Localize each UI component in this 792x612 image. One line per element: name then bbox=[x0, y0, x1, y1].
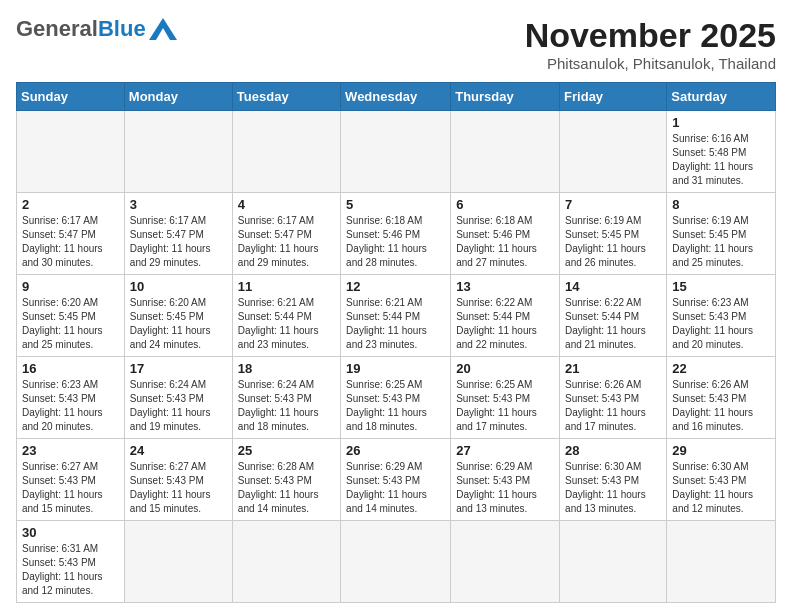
day-number: 14 bbox=[565, 279, 661, 294]
calendar-cell: 28Sunrise: 6:30 AMSunset: 5:43 PMDayligh… bbox=[560, 439, 667, 521]
day-number: 3 bbox=[130, 197, 227, 212]
calendar-cell: 24Sunrise: 6:27 AMSunset: 5:43 PMDayligh… bbox=[124, 439, 232, 521]
calendar-cell bbox=[451, 521, 560, 603]
calendar-cell: 15Sunrise: 6:23 AMSunset: 5:43 PMDayligh… bbox=[667, 275, 776, 357]
day-number: 11 bbox=[238, 279, 335, 294]
day-info: Sunrise: 6:29 AMSunset: 5:43 PMDaylight:… bbox=[456, 460, 554, 516]
calendar-cell: 2Sunrise: 6:17 AMSunset: 5:47 PMDaylight… bbox=[17, 193, 125, 275]
day-info: Sunrise: 6:27 AMSunset: 5:43 PMDaylight:… bbox=[130, 460, 227, 516]
day-info: Sunrise: 6:21 AMSunset: 5:44 PMDaylight:… bbox=[346, 296, 445, 352]
day-number: 1 bbox=[672, 115, 770, 130]
day-header-thursday: Thursday bbox=[451, 83, 560, 111]
day-number: 10 bbox=[130, 279, 227, 294]
calendar-cell: 6Sunrise: 6:18 AMSunset: 5:46 PMDaylight… bbox=[451, 193, 560, 275]
calendar-cell bbox=[560, 111, 667, 193]
calendar-cell bbox=[560, 521, 667, 603]
day-info: Sunrise: 6:17 AMSunset: 5:47 PMDaylight:… bbox=[130, 214, 227, 270]
day-info: Sunrise: 6:22 AMSunset: 5:44 PMDaylight:… bbox=[456, 296, 554, 352]
location-subtitle: Phitsanulok, Phitsanulok, Thailand bbox=[525, 55, 776, 72]
day-info: Sunrise: 6:24 AMSunset: 5:43 PMDaylight:… bbox=[238, 378, 335, 434]
calendar-cell: 13Sunrise: 6:22 AMSunset: 5:44 PMDayligh… bbox=[451, 275, 560, 357]
calendar-cell: 20Sunrise: 6:25 AMSunset: 5:43 PMDayligh… bbox=[451, 357, 560, 439]
calendar-cell bbox=[232, 521, 340, 603]
day-number: 12 bbox=[346, 279, 445, 294]
calendar-cell bbox=[17, 111, 125, 193]
day-info: Sunrise: 6:25 AMSunset: 5:43 PMDaylight:… bbox=[456, 378, 554, 434]
calendar-cell bbox=[232, 111, 340, 193]
day-number: 17 bbox=[130, 361, 227, 376]
day-header-friday: Friday bbox=[560, 83, 667, 111]
calendar-cell: 11Sunrise: 6:21 AMSunset: 5:44 PMDayligh… bbox=[232, 275, 340, 357]
calendar-table: SundayMondayTuesdayWednesdayThursdayFrid… bbox=[16, 82, 776, 603]
calendar-cell bbox=[341, 111, 451, 193]
day-info: Sunrise: 6:26 AMSunset: 5:43 PMDaylight:… bbox=[565, 378, 661, 434]
day-number: 24 bbox=[130, 443, 227, 458]
day-number: 2 bbox=[22, 197, 119, 212]
calendar-week-row: 23Sunrise: 6:27 AMSunset: 5:43 PMDayligh… bbox=[17, 439, 776, 521]
day-info: Sunrise: 6:19 AMSunset: 5:45 PMDaylight:… bbox=[565, 214, 661, 270]
page-header: General Blue November 2025 Phitsanulok, … bbox=[16, 16, 776, 72]
day-info: Sunrise: 6:30 AMSunset: 5:43 PMDaylight:… bbox=[672, 460, 770, 516]
day-number: 6 bbox=[456, 197, 554, 212]
day-number: 20 bbox=[456, 361, 554, 376]
calendar-week-row: 1Sunrise: 6:16 AMSunset: 5:48 PMDaylight… bbox=[17, 111, 776, 193]
day-number: 28 bbox=[565, 443, 661, 458]
day-info: Sunrise: 6:21 AMSunset: 5:44 PMDaylight:… bbox=[238, 296, 335, 352]
calendar-cell: 22Sunrise: 6:26 AMSunset: 5:43 PMDayligh… bbox=[667, 357, 776, 439]
day-info: Sunrise: 6:26 AMSunset: 5:43 PMDaylight:… bbox=[672, 378, 770, 434]
day-number: 9 bbox=[22, 279, 119, 294]
day-header-wednesday: Wednesday bbox=[341, 83, 451, 111]
day-info: Sunrise: 6:23 AMSunset: 5:43 PMDaylight:… bbox=[672, 296, 770, 352]
day-info: Sunrise: 6:19 AMSunset: 5:45 PMDaylight:… bbox=[672, 214, 770, 270]
calendar-cell: 29Sunrise: 6:30 AMSunset: 5:43 PMDayligh… bbox=[667, 439, 776, 521]
calendar-cell bbox=[124, 111, 232, 193]
logo-icon bbox=[149, 18, 177, 40]
day-number: 25 bbox=[238, 443, 335, 458]
calendar-header-row: SundayMondayTuesdayWednesdayThursdayFrid… bbox=[17, 83, 776, 111]
logo-blue-text: Blue bbox=[98, 16, 146, 42]
calendar-cell bbox=[341, 521, 451, 603]
calendar-cell: 7Sunrise: 6:19 AMSunset: 5:45 PMDaylight… bbox=[560, 193, 667, 275]
day-number: 26 bbox=[346, 443, 445, 458]
day-number: 23 bbox=[22, 443, 119, 458]
title-section: November 2025 Phitsanulok, Phitsanulok, … bbox=[525, 16, 776, 72]
day-number: 8 bbox=[672, 197, 770, 212]
logo: General Blue bbox=[16, 16, 177, 42]
day-number: 29 bbox=[672, 443, 770, 458]
calendar-cell: 26Sunrise: 6:29 AMSunset: 5:43 PMDayligh… bbox=[341, 439, 451, 521]
calendar-cell: 27Sunrise: 6:29 AMSunset: 5:43 PMDayligh… bbox=[451, 439, 560, 521]
day-header-tuesday: Tuesday bbox=[232, 83, 340, 111]
calendar-week-row: 2Sunrise: 6:17 AMSunset: 5:47 PMDaylight… bbox=[17, 193, 776, 275]
calendar-cell: 4Sunrise: 6:17 AMSunset: 5:47 PMDaylight… bbox=[232, 193, 340, 275]
day-info: Sunrise: 6:31 AMSunset: 5:43 PMDaylight:… bbox=[22, 542, 119, 598]
calendar-cell: 5Sunrise: 6:18 AMSunset: 5:46 PMDaylight… bbox=[341, 193, 451, 275]
day-number: 4 bbox=[238, 197, 335, 212]
day-info: Sunrise: 6:30 AMSunset: 5:43 PMDaylight:… bbox=[565, 460, 661, 516]
day-info: Sunrise: 6:22 AMSunset: 5:44 PMDaylight:… bbox=[565, 296, 661, 352]
day-header-sunday: Sunday bbox=[17, 83, 125, 111]
day-info: Sunrise: 6:17 AMSunset: 5:47 PMDaylight:… bbox=[238, 214, 335, 270]
day-number: 18 bbox=[238, 361, 335, 376]
day-number: 22 bbox=[672, 361, 770, 376]
day-info: Sunrise: 6:24 AMSunset: 5:43 PMDaylight:… bbox=[130, 378, 227, 434]
day-number: 5 bbox=[346, 197, 445, 212]
day-info: Sunrise: 6:16 AMSunset: 5:48 PMDaylight:… bbox=[672, 132, 770, 188]
day-info: Sunrise: 6:28 AMSunset: 5:43 PMDaylight:… bbox=[238, 460, 335, 516]
day-info: Sunrise: 6:20 AMSunset: 5:45 PMDaylight:… bbox=[22, 296, 119, 352]
day-number: 13 bbox=[456, 279, 554, 294]
calendar-cell: 25Sunrise: 6:28 AMSunset: 5:43 PMDayligh… bbox=[232, 439, 340, 521]
calendar-cell: 14Sunrise: 6:22 AMSunset: 5:44 PMDayligh… bbox=[560, 275, 667, 357]
month-title: November 2025 bbox=[525, 16, 776, 55]
day-number: 15 bbox=[672, 279, 770, 294]
day-info: Sunrise: 6:17 AMSunset: 5:47 PMDaylight:… bbox=[22, 214, 119, 270]
day-header-monday: Monday bbox=[124, 83, 232, 111]
calendar-cell: 1Sunrise: 6:16 AMSunset: 5:48 PMDaylight… bbox=[667, 111, 776, 193]
calendar-cell bbox=[124, 521, 232, 603]
calendar-cell: 10Sunrise: 6:20 AMSunset: 5:45 PMDayligh… bbox=[124, 275, 232, 357]
logo-general-text: General bbox=[16, 16, 98, 42]
day-number: 30 bbox=[22, 525, 119, 540]
calendar-cell: 17Sunrise: 6:24 AMSunset: 5:43 PMDayligh… bbox=[124, 357, 232, 439]
calendar-cell: 12Sunrise: 6:21 AMSunset: 5:44 PMDayligh… bbox=[341, 275, 451, 357]
calendar-cell bbox=[667, 521, 776, 603]
day-number: 21 bbox=[565, 361, 661, 376]
